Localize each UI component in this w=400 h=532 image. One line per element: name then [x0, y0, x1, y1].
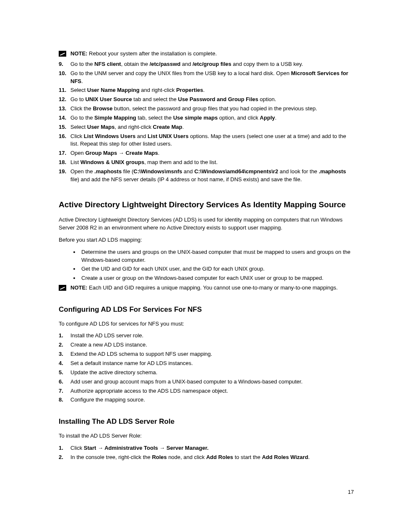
list-item: 8.Configure the mapping source.	[59, 396, 354, 404]
step-text: Create a new AD LDS instance.	[70, 341, 354, 349]
step-number: 10.	[59, 70, 70, 86]
note-label: NOTE:	[70, 284, 87, 291]
bullet-item: Get the UID and GID for each UNIX user, …	[80, 265, 354, 273]
step-text: Select User Name Mapping and right-click…	[70, 86, 354, 94]
numbered-steps-install: 1.Click Start → Administrative Tools → S…	[59, 444, 354, 462]
list-item: 3.Extend the AD LDS schema to support NF…	[59, 350, 354, 358]
list-item: 12.Go to UNIX User Source tab and select…	[59, 96, 354, 104]
step-number: 6.	[59, 378, 70, 386]
step-text: Install the AD LDS server role.	[70, 332, 354, 340]
note-icon	[59, 285, 66, 291]
numbered-steps-top: 9.Go to the NFS client, obtain the /etc/…	[59, 60, 354, 184]
step-number: 3.	[59, 350, 70, 358]
paragraph: Before you start AD LDS mapping:	[59, 236, 354, 244]
note-body: Each UID and GID requires a unique mappi…	[87, 284, 338, 291]
step-number: 17.	[59, 149, 70, 157]
document-page: NOTE: Reboot your system after the insta…	[0, 0, 400, 532]
step-number: 1.	[59, 332, 70, 340]
list-item: 14.Go to the Simple Mapping tab, select …	[59, 114, 354, 122]
list-item: 15.Select User Maps, and right-click Cre…	[59, 123, 354, 131]
note-uid-gid: NOTE: Each UID and GID requires a unique…	[59, 284, 354, 292]
note-label: NOTE:	[70, 50, 87, 57]
note-icon	[59, 51, 66, 57]
step-number: 1.	[59, 444, 70, 452]
step-text: Extend the AD LDS schema to support NFS …	[70, 350, 354, 358]
step-number: 18.	[59, 159, 70, 167]
step-text: Set a default instance name for AD LDS i…	[70, 360, 354, 368]
list-item: 11.Select User Name Mapping and right-cl…	[59, 86, 354, 94]
note-body: Reboot your system after the installatio…	[87, 50, 217, 57]
list-item: 19.Open the .maphosts file (C:\Windows\m…	[59, 168, 354, 184]
step-number: 13.	[59, 105, 70, 113]
step-number: 9.	[59, 60, 70, 68]
step-text: Configure the mapping source.	[70, 396, 354, 404]
note-text: NOTE: Reboot your system after the insta…	[70, 50, 217, 58]
list-item: 16.Click List Windows Users and List UNI…	[59, 133, 354, 149]
step-number: 5.	[59, 369, 70, 377]
paragraph: Active Directory Lightweight Directory S…	[59, 216, 354, 232]
list-item: 7.Authorize appropriate access to the AD…	[59, 387, 354, 395]
list-item: 1.Click Start → Administrative Tools → S…	[59, 444, 354, 452]
heading-configuring: Configuring AD LDS For Services For NFS	[59, 305, 354, 315]
list-item: 18.List Windows & UNIX groups, map them …	[59, 159, 354, 167]
step-number: 2.	[59, 454, 70, 462]
note-reboot: NOTE: Reboot your system after the insta…	[59, 50, 354, 58]
step-number: 14.	[59, 114, 70, 122]
step-text: Authorize appropriate access to the ADS …	[70, 387, 354, 395]
step-number: 11.	[59, 86, 70, 94]
list-item: 6.Add user and group account maps from a…	[59, 378, 354, 386]
paragraph: To configure AD LDS for services for NFS…	[59, 320, 354, 328]
step-text: Go to the UNM server and copy the UNIX f…	[70, 70, 354, 86]
step-text: List Windows & UNIX groups, map them and…	[70, 159, 354, 167]
step-number: 19.	[59, 168, 70, 184]
step-number: 15.	[59, 123, 70, 131]
step-number: 12.	[59, 96, 70, 104]
step-number: 16.	[59, 133, 70, 149]
step-text: Open Group Maps → Create Maps.	[70, 149, 354, 157]
numbered-steps-conf: 1.Install the AD LDS server role.2.Creat…	[59, 332, 354, 404]
step-text: Click List Windows Users and List UNIX U…	[70, 133, 354, 149]
step-text: Go to the Simple Mapping tab, select the…	[70, 114, 354, 122]
step-text: Go to UNIX User Source tab and select th…	[70, 96, 354, 104]
list-item: 5.Update the active directory schema.	[59, 369, 354, 377]
note-text: NOTE: Each UID and GID requires a unique…	[70, 284, 338, 292]
list-item: 4.Set a default instance name for AD LDS…	[59, 360, 354, 368]
step-text: Update the active directory schema.	[70, 369, 354, 377]
step-text: Open the .maphosts file (C:\Windows\msnf…	[70, 168, 354, 184]
list-item: 10.Go to the UNM server and copy the UNI…	[59, 70, 354, 86]
step-text: Add user and group account maps from a U…	[70, 378, 354, 386]
bullet-item: Create a user or group on the Windows-ba…	[80, 274, 354, 282]
paragraph: To install the AD LDS Server Role:	[59, 432, 354, 440]
step-text: Click the Browse button, select the pass…	[70, 105, 354, 113]
list-item: 2.In the console tree, right-click the R…	[59, 454, 354, 462]
list-item: 13.Click the Browse button, select the p…	[59, 105, 354, 113]
step-text: Select User Maps, and right-click Create…	[70, 123, 354, 131]
step-number: 8.	[59, 396, 70, 404]
bullet-list: Determine the users and groups on the UN…	[59, 248, 354, 282]
step-number: 7.	[59, 387, 70, 395]
page-number: 17	[348, 488, 354, 496]
heading-adlds: Active Directory Lightweight Directory S…	[59, 199, 354, 211]
step-text: In the console tree, right-click the Rol…	[70, 454, 354, 462]
list-item: 9.Go to the NFS client, obtain the /etc/…	[59, 60, 354, 68]
step-text: Click Start → Administrative Tools → Ser…	[70, 444, 354, 452]
step-number: 2.	[59, 341, 70, 349]
list-item: 1.Install the AD LDS server role.	[59, 332, 354, 340]
step-number: 4.	[59, 360, 70, 368]
list-item: 2.Create a new AD LDS instance.	[59, 341, 354, 349]
bullet-item: Determine the users and groups on the UN…	[80, 248, 354, 264]
list-item: 17.Open Group Maps → Create Maps.	[59, 149, 354, 157]
step-text: Go to the NFS client, obtain the /etc/pa…	[70, 60, 354, 68]
heading-installing: Installing The AD LDS Server Role	[59, 417, 354, 427]
